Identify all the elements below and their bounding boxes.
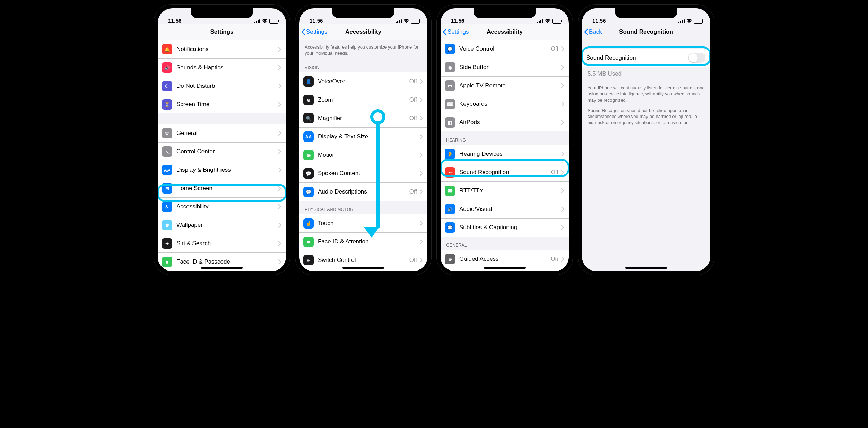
settings-row[interactable]: 🔊Sounds & Haptics <box>158 59 286 77</box>
settings-row[interactable]: ⊞Home Screen <box>158 179 286 198</box>
settings-row[interactable]: 🔊Audio/Visual <box>441 200 569 219</box>
settings-row[interactable]: ▭Apple TV Remote <box>441 77 569 95</box>
row-value: Off <box>409 115 417 122</box>
settings-row[interactable]: ✦Siri <box>441 268 569 271</box>
back-button[interactable]: Back <box>584 28 602 35</box>
status-right <box>678 19 703 24</box>
content-area[interactable]: 💬Voice ControlOff◉Side Button▭Apple TV R… <box>441 40 569 271</box>
wifi-icon <box>686 19 692 23</box>
row-value: Off <box>409 78 417 85</box>
settings-row[interactable]: 🔔Notifications <box>158 40 286 59</box>
settings-row[interactable]: ☎RTT/TTY <box>441 182 569 200</box>
toggle-switch[interactable] <box>688 53 705 63</box>
settings-row[interactable]: 🔍MagnifierOff <box>299 109 427 128</box>
row-icon: 👤 <box>303 76 314 87</box>
settings-row[interactable]: 💬Audio DescriptionsOff <box>299 183 427 201</box>
row-icon: ⊕ <box>445 254 455 264</box>
phone-frame-3: 11:56 Settings Accessibility 💬Voice Cont… <box>436 4 573 275</box>
home-indicator[interactable] <box>342 267 384 269</box>
chevron-right-icon <box>278 259 281 264</box>
chevron-right-icon <box>420 221 423 226</box>
row-icon: 🔍 <box>303 113 314 123</box>
chevron-right-icon <box>278 186 281 191</box>
chevron-left-icon <box>443 28 447 35</box>
home-indicator[interactable] <box>484 267 526 269</box>
row-label: Voice Control <box>459 45 551 52</box>
row-label: General <box>176 130 278 137</box>
usage-text: 5.5 MB Used <box>582 67 710 81</box>
chevron-right-icon <box>561 170 564 175</box>
settings-row[interactable]: ◉Side Button <box>441 58 569 77</box>
row-icon: ♿︎ <box>162 202 172 212</box>
battery-icon <box>411 19 420 24</box>
settings-row[interactable]: ⌥Control Center <box>158 143 286 161</box>
chevron-right-icon <box>420 134 423 139</box>
physical-group-continued: 💬Voice ControlOff◉Side Button▭Apple TV R… <box>441 40 569 131</box>
row-icon: ☝ <box>303 218 314 229</box>
row-icon: ▭ <box>445 80 455 91</box>
settings-row[interactable]: ☾Do Not Disturb <box>158 77 286 95</box>
back-button[interactable]: Settings <box>443 28 469 35</box>
signal-icon <box>678 19 685 23</box>
vision-group: 👤VoiceOverOff⊕ZoomOff🔍MagnifierOffAADisp… <box>299 72 427 201</box>
row-label: Do Not Disturb <box>176 83 278 89</box>
row-label: Apple TV Remote <box>459 82 561 89</box>
row-icon: ❀ <box>162 220 172 230</box>
chevron-right-icon <box>561 102 564 106</box>
settings-row[interactable]: ◧AirPods <box>441 113 569 131</box>
chevron-right-icon <box>278 149 281 154</box>
row-icon: ⏳ <box>162 99 172 110</box>
settings-row[interactable]: ⊕ZoomOff <box>299 91 427 109</box>
phone-frame-2: 11:56 Settings Accessibility Accessibili… <box>295 4 432 275</box>
wifi-icon <box>403 19 409 23</box>
row-label: Keyboards <box>459 101 561 108</box>
content-area[interactable]: Accessibility features help you customiz… <box>299 40 427 271</box>
row-icon: ◧ <box>445 117 455 128</box>
content-area[interactable]: Sound Recognition 5.5 MB Used Your iPhon… <box>582 40 710 271</box>
chevron-right-icon <box>561 257 564 262</box>
nav-bar: Settings Accessibility <box>299 24 427 40</box>
row-label: Subtitles & Captioning <box>459 224 561 231</box>
settings-row[interactable]: ❀Wallpaper <box>158 216 286 234</box>
settings-row[interactable]: 〰Sound RecognitionOff <box>441 163 569 182</box>
settings-row[interactable]: ⌨Keyboards <box>441 95 569 113</box>
row-icon: 💬 <box>303 168 314 179</box>
row-icon: ⚙ <box>162 128 172 138</box>
settings-row[interactable]: ⚙General <box>158 124 286 143</box>
settings-row[interactable]: 💬Voice ControlOff <box>299 269 427 271</box>
home-indicator[interactable] <box>625 267 667 269</box>
settings-row[interactable]: 💬Subtitles & Captioning <box>441 219 569 237</box>
settings-group-general: ⚙General⌥Control CenterAADisplay & Brigh… <box>158 124 286 271</box>
row-label: Accessibility <box>176 203 278 210</box>
row-value: Off <box>409 96 417 103</box>
nav-bar: Back Sound Recognition <box>582 24 710 40</box>
settings-row[interactable]: ✦Siri & Search <box>158 234 286 253</box>
sound-recognition-toggle-row[interactable]: Sound Recognition <box>582 49 710 67</box>
settings-row[interactable]: ⏳Screen Time <box>158 95 286 113</box>
settings-row[interactable]: 💬Voice ControlOff <box>441 40 569 58</box>
row-icon: ✦ <box>162 238 172 249</box>
settings-row[interactable]: AADisplay & Text Size <box>299 128 427 146</box>
settings-row[interactable]: ⊕Guided AccessOn <box>441 250 569 268</box>
signal-icon <box>254 19 260 23</box>
row-value: Off <box>551 169 558 176</box>
content-area[interactable]: 🔔Notifications🔊Sounds & Haptics☾Do Not D… <box>158 40 286 271</box>
settings-row[interactable]: 💬Spoken Content <box>299 164 427 183</box>
chevron-right-icon <box>420 258 423 263</box>
nav-title: Accessibility <box>345 28 381 35</box>
chevron-right-icon <box>561 46 564 51</box>
back-button[interactable]: Settings <box>301 28 327 35</box>
home-indicator[interactable] <box>201 267 243 269</box>
settings-row[interactable]: ☝Touch <box>299 214 427 233</box>
settings-row[interactable]: ◉Motion <box>299 146 427 164</box>
settings-row[interactable]: ♿︎Accessibility <box>158 198 286 216</box>
chevron-right-icon <box>278 65 281 70</box>
settings-row[interactable]: 👤VoiceOverOff <box>299 72 427 91</box>
row-label: Touch <box>318 220 420 227</box>
settings-row[interactable]: ☻Face ID & Attention <box>299 233 427 251</box>
settings-row[interactable]: 👂Hearing Devices <box>441 145 569 163</box>
physical-group: ☝Touch☻Face ID & Attention⊞Switch Contro… <box>299 214 427 271</box>
row-label: Side Button <box>459 64 561 71</box>
settings-row[interactable]: AADisplay & Brightness <box>158 161 286 179</box>
notch <box>615 8 677 18</box>
